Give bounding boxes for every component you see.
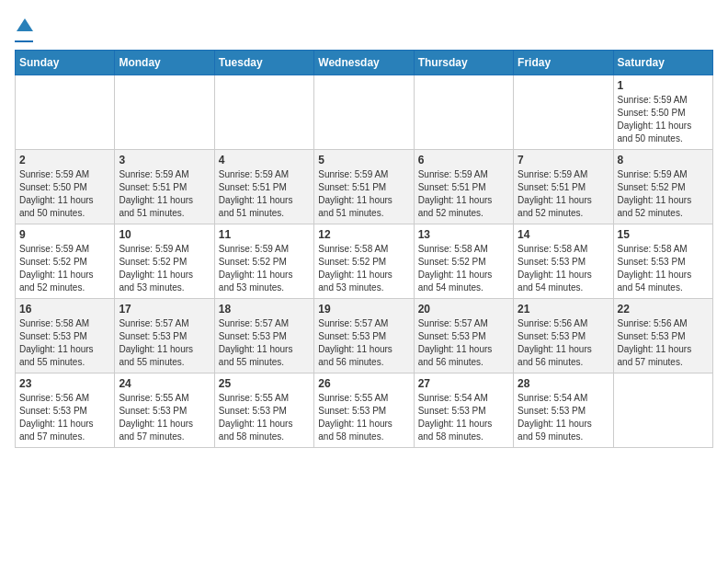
- calendar-cell: 13Sunrise: 5:58 AMSunset: 5:52 PMDayligh…: [414, 224, 513, 299]
- day-number: 19: [318, 303, 409, 316]
- calendar-cell: [214, 75, 313, 150]
- calendar-cell: 12Sunrise: 5:58 AMSunset: 5:52 PMDayligh…: [314, 224, 414, 299]
- calendar-cell: 26Sunrise: 5:55 AMSunset: 5:53 PMDayligh…: [314, 373, 414, 448]
- weekday-header-thursday: Thursday: [414, 51, 513, 75]
- day-info: Sunrise: 5:55 AMSunset: 5:53 PMDaylight:…: [119, 392, 210, 443]
- day-info: Sunrise: 5:59 AMSunset: 5:51 PMDaylight:…: [219, 168, 310, 220]
- calendar-cell: 19Sunrise: 5:57 AMSunset: 5:53 PMDayligh…: [314, 299, 414, 373]
- day-info: Sunrise: 5:59 AMSunset: 5:52 PMDaylight:…: [219, 243, 310, 294]
- day-number: 25: [219, 377, 310, 390]
- day-number: 11: [219, 228, 310, 241]
- day-number: 14: [518, 228, 609, 241]
- day-info: Sunrise: 5:59 AMSunset: 5:52 PMDaylight:…: [119, 243, 210, 294]
- day-info: Sunrise: 5:54 AMSunset: 5:53 PMDaylight:…: [418, 392, 509, 443]
- day-info: Sunrise: 5:55 AMSunset: 5:53 PMDaylight:…: [318, 392, 409, 443]
- calendar-week-1: 1Sunrise: 5:59 AMSunset: 5:50 PMDaylight…: [16, 75, 713, 150]
- calendar-cell: 28Sunrise: 5:54 AMSunset: 5:53 PMDayligh…: [514, 373, 613, 448]
- calendar-cell: 25Sunrise: 5:55 AMSunset: 5:53 PMDayligh…: [214, 373, 313, 448]
- weekday-header-saturday: Saturday: [613, 51, 712, 75]
- day-info: Sunrise: 5:57 AMSunset: 5:53 PMDaylight:…: [318, 317, 409, 369]
- calendar-cell: [414, 75, 513, 150]
- calendar-cell: 14Sunrise: 5:58 AMSunset: 5:53 PMDayligh…: [514, 224, 613, 299]
- day-number: 26: [318, 377, 409, 390]
- day-info: Sunrise: 5:56 AMSunset: 5:53 PMDaylight:…: [19, 392, 110, 443]
- day-info: Sunrise: 5:58 AMSunset: 5:53 PMDaylight:…: [618, 243, 709, 294]
- calendar-cell: [16, 75, 115, 150]
- day-number: 12: [318, 228, 409, 241]
- svg-marker-0: [17, 18, 33, 31]
- day-number: 23: [19, 377, 110, 390]
- calendar-cell: 27Sunrise: 5:54 AMSunset: 5:53 PMDayligh…: [414, 373, 513, 448]
- day-info: Sunrise: 5:57 AMSunset: 5:53 PMDaylight:…: [219, 317, 310, 369]
- day-number: 2: [19, 154, 110, 167]
- logo: [15, 15, 33, 42]
- day-info: Sunrise: 5:55 AMSunset: 5:53 PMDaylight:…: [219, 392, 310, 443]
- calendar-cell: 21Sunrise: 5:56 AMSunset: 5:53 PMDayligh…: [514, 299, 613, 373]
- calendar-cell: [115, 75, 214, 150]
- day-number: 15: [618, 228, 709, 241]
- day-info: Sunrise: 5:54 AMSunset: 5:53 PMDaylight:…: [518, 392, 609, 443]
- day-info: Sunrise: 5:57 AMSunset: 5:53 PMDaylight:…: [119, 317, 210, 369]
- day-number: 16: [19, 303, 110, 316]
- day-number: 9: [19, 228, 110, 241]
- day-info: Sunrise: 5:59 AMSunset: 5:51 PMDaylight:…: [318, 168, 409, 220]
- calendar-cell: 22Sunrise: 5:56 AMSunset: 5:53 PMDayligh…: [613, 299, 712, 373]
- calendar-week-5: 23Sunrise: 5:56 AMSunset: 5:53 PMDayligh…: [16, 373, 713, 448]
- day-number: 28: [518, 377, 609, 390]
- day-number: 20: [418, 303, 509, 316]
- logo-underline: [15, 40, 33, 42]
- calendar-cell: 15Sunrise: 5:58 AMSunset: 5:53 PMDayligh…: [613, 224, 712, 299]
- day-info: Sunrise: 5:59 AMSunset: 5:51 PMDaylight:…: [119, 168, 210, 220]
- calendar-cell: [613, 373, 712, 448]
- day-info: Sunrise: 5:58 AMSunset: 5:53 PMDaylight:…: [518, 243, 609, 294]
- calendar-table: SundayMondayTuesdayWednesdayThursdayFrid…: [15, 50, 713, 448]
- calendar-cell: 17Sunrise: 5:57 AMSunset: 5:53 PMDayligh…: [115, 299, 214, 373]
- calendar-week-2: 2Sunrise: 5:59 AMSunset: 5:50 PMDaylight…: [16, 150, 713, 224]
- day-number: 1: [618, 79, 709, 92]
- weekday-header-tuesday: Tuesday: [214, 51, 313, 75]
- day-info: Sunrise: 5:59 AMSunset: 5:51 PMDaylight:…: [518, 168, 609, 220]
- day-info: Sunrise: 5:58 AMSunset: 5:53 PMDaylight:…: [19, 317, 110, 369]
- day-number: 8: [618, 154, 709, 167]
- day-number: 21: [518, 303, 609, 316]
- day-info: Sunrise: 5:59 AMSunset: 5:51 PMDaylight:…: [418, 168, 509, 220]
- day-number: 18: [219, 303, 310, 316]
- calendar-cell: 23Sunrise: 5:56 AMSunset: 5:53 PMDayligh…: [16, 373, 115, 448]
- calendar-cell: 20Sunrise: 5:57 AMSunset: 5:53 PMDayligh…: [414, 299, 513, 373]
- day-number: 13: [418, 228, 509, 241]
- day-info: Sunrise: 5:56 AMSunset: 5:53 PMDaylight:…: [618, 317, 709, 369]
- calendar-week-4: 16Sunrise: 5:58 AMSunset: 5:53 PMDayligh…: [16, 299, 713, 373]
- calendar-cell: 24Sunrise: 5:55 AMSunset: 5:53 PMDayligh…: [115, 373, 214, 448]
- calendar-week-3: 9Sunrise: 5:59 AMSunset: 5:52 PMDaylight…: [16, 224, 713, 299]
- calendar-cell: 11Sunrise: 5:59 AMSunset: 5:52 PMDayligh…: [214, 224, 313, 299]
- day-number: 24: [119, 377, 210, 390]
- calendar-cell: 7Sunrise: 5:59 AMSunset: 5:51 PMDaylight…: [514, 150, 613, 224]
- day-number: 7: [518, 154, 609, 167]
- day-info: Sunrise: 5:58 AMSunset: 5:52 PMDaylight:…: [418, 243, 509, 294]
- day-number: 22: [618, 303, 709, 316]
- calendar-cell: 18Sunrise: 5:57 AMSunset: 5:53 PMDayligh…: [214, 299, 313, 373]
- calendar-cell: 2Sunrise: 5:59 AMSunset: 5:50 PMDaylight…: [16, 150, 115, 224]
- weekday-header-row: SundayMondayTuesdayWednesdayThursdayFrid…: [16, 51, 713, 75]
- calendar-cell: [514, 75, 613, 150]
- calendar-cell: 4Sunrise: 5:59 AMSunset: 5:51 PMDaylight…: [214, 150, 313, 224]
- logo-icon: [17, 17, 33, 33]
- day-number: 5: [318, 154, 409, 167]
- page-header: [15, 15, 713, 42]
- calendar-cell: [314, 75, 414, 150]
- calendar-cell: 3Sunrise: 5:59 AMSunset: 5:51 PMDaylight…: [115, 150, 214, 224]
- day-info: Sunrise: 5:57 AMSunset: 5:53 PMDaylight:…: [418, 317, 509, 369]
- day-info: Sunrise: 5:58 AMSunset: 5:52 PMDaylight:…: [318, 243, 409, 294]
- day-number: 17: [119, 303, 210, 316]
- day-number: 6: [418, 154, 509, 167]
- weekday-header-sunday: Sunday: [16, 51, 115, 75]
- calendar-cell: 5Sunrise: 5:59 AMSunset: 5:51 PMDaylight…: [314, 150, 414, 224]
- calendar-cell: 16Sunrise: 5:58 AMSunset: 5:53 PMDayligh…: [16, 299, 115, 373]
- day-info: Sunrise: 5:56 AMSunset: 5:53 PMDaylight:…: [518, 317, 609, 369]
- day-info: Sunrise: 5:59 AMSunset: 5:50 PMDaylight:…: [19, 168, 110, 220]
- calendar-cell: 1Sunrise: 5:59 AMSunset: 5:50 PMDaylight…: [613, 75, 712, 150]
- day-info: Sunrise: 5:59 AMSunset: 5:50 PMDaylight:…: [618, 94, 709, 145]
- calendar-cell: 10Sunrise: 5:59 AMSunset: 5:52 PMDayligh…: [115, 224, 214, 299]
- weekday-header-monday: Monday: [115, 51, 214, 75]
- day-info: Sunrise: 5:59 AMSunset: 5:52 PMDaylight:…: [19, 243, 110, 294]
